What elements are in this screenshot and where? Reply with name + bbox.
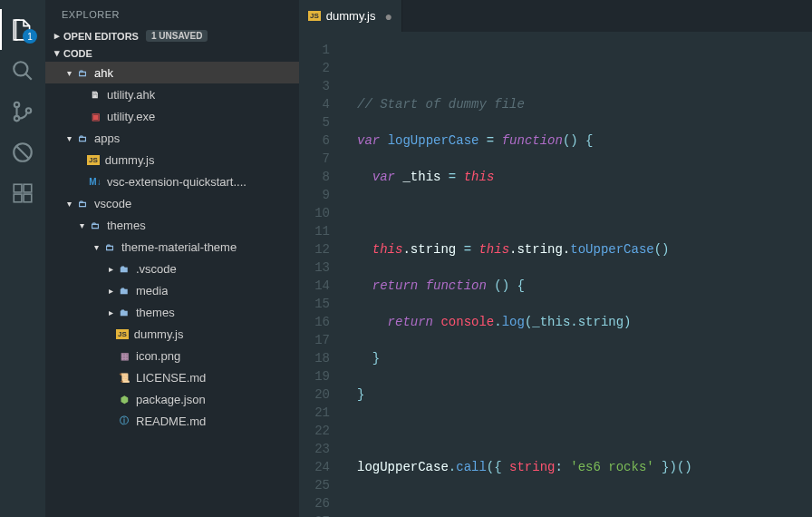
image-icon: ▦ <box>116 351 132 361</box>
file-dummy-js-2[interactable]: JS dummy.js <box>45 323 299 345</box>
editor-body[interactable]: 1234567891011121314151617181920212223242… <box>299 32 812 517</box>
chevron-down-icon: ▾ <box>76 220 87 230</box>
svg-point-0 <box>14 62 27 75</box>
folder-themes[interactable]: ▾ 🗀 themes <box>45 214 299 236</box>
line-number: 19 <box>299 367 330 385</box>
line-number: 4 <box>299 95 330 113</box>
line-number: 10 <box>299 204 330 222</box>
line-number: 11 <box>299 222 330 240</box>
chevron-right-icon: ▸ <box>105 307 116 317</box>
line-number: 17 <box>299 331 330 349</box>
file-dummy-js[interactable]: JS dummy.js <box>45 149 299 171</box>
line-number: 12 <box>299 240 330 258</box>
js-icon: JS <box>87 155 100 165</box>
line-number: 27 <box>299 512 330 517</box>
line-number: 16 <box>299 313 330 331</box>
explorer-icon[interactable]: 1 <box>0 9 45 50</box>
folder-open-icon: 🗀 <box>74 68 91 78</box>
chevron-down-icon: ▾ <box>63 68 74 78</box>
js-icon: JS <box>308 11 321 21</box>
tab-bar: JS dummy.js ● <box>299 0 812 32</box>
folder-icon: 🖿 <box>116 307 132 317</box>
line-number: 18 <box>299 349 330 367</box>
tab-filename: dummy.js <box>326 9 376 23</box>
line-number: 22 <box>299 422 330 440</box>
line-number: 23 <box>299 440 330 458</box>
file-utility-ahk[interactable]: 🗎 utility.ahk <box>45 83 299 105</box>
line-number: 2 <box>299 59 330 77</box>
svg-point-2 <box>14 115 19 120</box>
workspace-root-label: CODE <box>63 48 92 59</box>
line-number: 3 <box>299 77 330 95</box>
folder-open-icon: 🗀 <box>102 242 118 252</box>
chevron-right-icon: ▸ <box>51 30 63 42</box>
tab-dummy-js[interactable]: JS dummy.js ● <box>299 0 402 32</box>
folder-apps[interactable]: ▾ 🗀 apps <box>45 127 299 149</box>
line-number: 8 <box>299 168 330 186</box>
folder-icon: 🖿 <box>116 286 132 296</box>
unsaved-badge: 1 UNSAVED <box>146 30 208 42</box>
file-utility-exe[interactable]: ▣ utility.exe <box>45 105 299 127</box>
chevron-down-icon: ▾ <box>63 199 74 209</box>
file-icon-png[interactable]: ▦ icon.png <box>45 345 299 366</box>
line-number: 5 <box>299 113 330 132</box>
debug-icon[interactable] <box>0 132 45 172</box>
chevron-right-icon: ▸ <box>105 286 116 296</box>
file-license-md[interactable]: 📜 LICENSE.md <box>45 366 299 388</box>
folder-themes-sub[interactable]: ▸ 🖿 themes <box>45 301 299 323</box>
svg-point-3 <box>26 108 31 112</box>
markdown-icon: M↓ <box>87 177 103 187</box>
chevron-down-icon: ▾ <box>51 47 63 59</box>
folder-media[interactable]: ▸ 🖿 media <box>45 279 299 301</box>
license-icon: 📜 <box>116 373 132 383</box>
extensions-icon[interactable] <box>0 172 45 213</box>
folder-icon: 🖿 <box>116 264 132 274</box>
line-number: 24 <box>299 458 330 476</box>
editor-area: JS dummy.js ● 12345678910111213141516171… <box>299 0 812 517</box>
line-number: 13 <box>299 258 330 277</box>
search-icon[interactable] <box>0 50 45 91</box>
chevron-right-icon: ▸ <box>105 264 116 274</box>
line-number: 15 <box>299 295 330 313</box>
line-number: 20 <box>299 385 330 404</box>
file-quickstart-md[interactable]: M↓ vsc-extension-quickstart.... <box>45 171 299 192</box>
svg-rect-6 <box>14 194 22 202</box>
sidebar: EXPLORER ▸ OPEN EDITORS 1 UNSAVED ▾ CODE… <box>45 0 299 517</box>
open-editors-label: OPEN EDITORS <box>63 31 139 42</box>
js-icon: JS <box>116 329 129 339</box>
code-content[interactable]: // Start of dummy file var logUpperCase … <box>343 32 812 517</box>
open-editors-header[interactable]: ▸ OPEN EDITORS 1 UNSAVED <box>45 27 299 44</box>
svg-point-1 <box>14 102 19 106</box>
line-number: 9 <box>299 186 330 204</box>
readme-icon: ⓘ <box>116 415 132 427</box>
line-number: 25 <box>299 476 330 494</box>
source-control-icon[interactable] <box>0 91 45 132</box>
explorer-badge: 1 <box>23 29 37 44</box>
line-number: 26 <box>299 494 330 512</box>
file-icon: 🗎 <box>87 90 103 100</box>
line-number: 6 <box>299 132 330 150</box>
line-gutter: 1234567891011121314151617181920212223242… <box>299 32 343 517</box>
folder-open-icon: 🗀 <box>74 133 91 143</box>
dirty-indicator-icon: ● <box>384 9 392 24</box>
chevron-down-icon: ▾ <box>91 242 102 252</box>
file-tree: ▾ 🗀 ahk 🗎 utility.ahk ▣ utility.exe ▾ 🗀 … <box>45 62 299 517</box>
folder-vscode[interactable]: ▾ 🗀 vscode <box>45 192 299 214</box>
folder-theme-material[interactable]: ▾ 🗀 theme-material-theme <box>45 236 299 258</box>
line-number: 1 <box>299 41 330 59</box>
file-package-json[interactable]: ⬢ package.json <box>45 388 299 410</box>
json-icon: ⬢ <box>116 395 132 405</box>
line-number: 7 <box>299 150 330 168</box>
svg-rect-7 <box>24 194 32 202</box>
chevron-down-icon: ▾ <box>63 133 74 143</box>
line-number: 21 <box>299 404 330 422</box>
svg-rect-5 <box>14 184 22 192</box>
file-readme-md[interactable]: ⓘ README.md <box>45 410 299 432</box>
workspace-header[interactable]: ▾ CODE <box>45 44 299 62</box>
folder-ahk[interactable]: ▾ 🗀 ahk <box>45 62 299 83</box>
activity-bar: 1 <box>0 0 45 517</box>
sidebar-title: EXPLORER <box>45 0 299 27</box>
svg-rect-8 <box>24 184 32 192</box>
folder-dot-vscode[interactable]: ▸ 🖿 .vscode <box>45 258 299 279</box>
exe-icon: ▣ <box>87 112 103 122</box>
